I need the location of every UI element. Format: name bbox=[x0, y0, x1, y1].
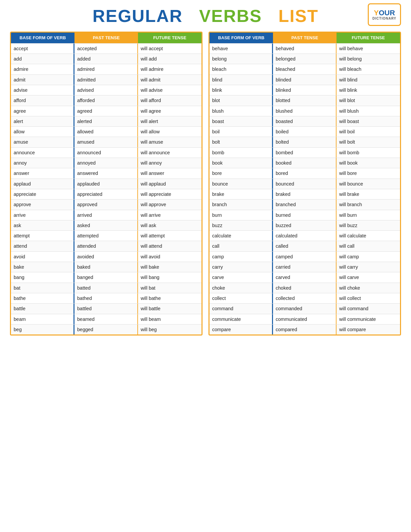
base-cell: blot bbox=[209, 95, 273, 105]
past-cell: braked bbox=[273, 189, 337, 199]
right-table: BASE FORM OF VERB PAST TENSE FUTURE TENS… bbox=[208, 32, 401, 335]
base-cell: appreciate bbox=[11, 189, 74, 199]
past-cell: afforded bbox=[74, 95, 138, 105]
table-row: bolt bolted will bolt bbox=[209, 137, 400, 147]
left-future-header: FUTURE TENSE bbox=[138, 33, 202, 43]
table-row: behave behaved will behave bbox=[209, 43, 400, 54]
table-row: bounce bounced will bounce bbox=[209, 179, 400, 189]
past-cell: communicated bbox=[273, 314, 337, 324]
future-cell: will annoy bbox=[138, 158, 202, 168]
base-cell: branch bbox=[209, 200, 273, 209]
past-cell: admired bbox=[74, 64, 138, 74]
past-cell: calculated bbox=[273, 231, 337, 241]
table-row: avoid avoided will avoid bbox=[11, 251, 202, 262]
future-cell: will accept bbox=[138, 44, 202, 54]
base-cell: blink bbox=[209, 85, 273, 95]
future-cell: will amuse bbox=[138, 137, 202, 147]
past-cell: admitted bbox=[74, 75, 138, 85]
future-cell: will bake bbox=[138, 262, 202, 272]
future-cell: will blind bbox=[337, 75, 400, 85]
base-cell: brake bbox=[209, 189, 273, 199]
future-cell: will ask bbox=[138, 220, 202, 230]
base-cell: carry bbox=[209, 262, 273, 272]
past-cell: alerted bbox=[74, 116, 138, 126]
table-row: answer answered will answer bbox=[11, 168, 202, 178]
past-cell: baked bbox=[74, 262, 138, 272]
past-cell: burned bbox=[273, 210, 337, 220]
base-cell: accept bbox=[11, 44, 74, 54]
future-cell: will blush bbox=[337, 106, 400, 116]
past-cell: commanded bbox=[273, 304, 337, 314]
base-cell: bathe bbox=[11, 293, 74, 303]
future-cell: will agree bbox=[138, 106, 202, 116]
table-row: blot blotted will blot bbox=[209, 95, 400, 105]
base-cell: ask bbox=[11, 220, 74, 230]
past-cell: buzzed bbox=[273, 220, 337, 230]
base-cell: approve bbox=[11, 200, 74, 209]
future-cell: will collect bbox=[337, 293, 400, 303]
past-cell: battled bbox=[74, 304, 138, 314]
past-cell: bathed bbox=[74, 293, 138, 303]
past-cell: batted bbox=[74, 283, 138, 293]
page-title: REGULAR VERBS LIST bbox=[92, 7, 319, 26]
base-cell: announce bbox=[11, 148, 74, 158]
past-cell: blushed bbox=[273, 106, 337, 116]
base-cell: burn bbox=[209, 210, 273, 220]
left-verb-rows: accept accepted will accept add added wi… bbox=[11, 43, 202, 334]
past-cell: bounced bbox=[273, 179, 337, 189]
base-cell: afford bbox=[11, 95, 74, 105]
future-cell: will boast bbox=[337, 116, 400, 126]
table-row: collect collected will collect bbox=[209, 293, 400, 303]
base-cell: boil bbox=[209, 127, 273, 137]
past-cell: bolted bbox=[273, 137, 337, 147]
table-row: carry carried will carry bbox=[209, 262, 400, 272]
table-row: advise advised will advise bbox=[11, 85, 202, 95]
base-cell: call bbox=[209, 241, 273, 251]
past-cell: beamed bbox=[74, 314, 138, 324]
base-cell: bake bbox=[11, 262, 74, 272]
past-cell: behaved bbox=[273, 44, 337, 54]
table-row: arrive arrived will arrive bbox=[11, 210, 202, 220]
base-cell: communicate bbox=[209, 314, 273, 324]
past-cell: arrived bbox=[74, 210, 138, 220]
past-cell: attempted bbox=[74, 231, 138, 241]
past-cell: booked bbox=[273, 158, 337, 168]
past-cell: camped bbox=[273, 252, 337, 262]
table-row: boil boiled will boil bbox=[209, 126, 400, 137]
base-cell: collect bbox=[209, 293, 273, 303]
past-cell: avoided bbox=[74, 252, 138, 262]
right-table-headers: BASE FORM OF VERB PAST TENSE FUTURE TENS… bbox=[209, 33, 400, 43]
past-cell: branched bbox=[273, 200, 337, 209]
past-cell: bleached bbox=[273, 64, 337, 74]
base-cell: bore bbox=[209, 168, 273, 178]
future-cell: will bat bbox=[138, 283, 202, 293]
future-cell: will carry bbox=[337, 262, 400, 272]
past-cell: carried bbox=[273, 262, 337, 272]
past-cell: amused bbox=[74, 137, 138, 147]
left-table-headers: BASE FORM OF VERB PAST TENSE FUTURE TENS… bbox=[11, 33, 202, 43]
future-cell: will bolt bbox=[337, 137, 400, 147]
future-cell: will command bbox=[337, 304, 400, 314]
base-cell: arrive bbox=[11, 210, 74, 220]
base-cell: belong bbox=[209, 54, 273, 64]
future-cell: will branch bbox=[337, 200, 400, 209]
table-row: battle battled will battle bbox=[11, 303, 202, 314]
table-row: bat batted will bat bbox=[11, 283, 202, 293]
future-cell: will allow bbox=[138, 127, 202, 137]
table-row: belong belonged will belong bbox=[209, 54, 400, 64]
table-row: camp camped will camp bbox=[209, 251, 400, 262]
table-row: agree agreed will agree bbox=[11, 106, 202, 116]
future-cell: will buzz bbox=[337, 220, 400, 230]
table-row: announce announced will announce bbox=[11, 147, 202, 158]
right-past-header: PAST TENSE bbox=[273, 33, 337, 43]
table-row: blush blushed will blush bbox=[209, 106, 400, 116]
base-cell: admit bbox=[11, 75, 74, 85]
future-cell: will afford bbox=[138, 95, 202, 105]
past-cell: bored bbox=[273, 168, 337, 178]
future-cell: will battle bbox=[138, 304, 202, 314]
future-cell: will admit bbox=[138, 75, 202, 85]
table-row: add added will add bbox=[11, 54, 202, 64]
base-cell: advise bbox=[11, 85, 74, 95]
base-cell: bounce bbox=[209, 179, 273, 189]
future-cell: will brake bbox=[337, 189, 400, 199]
